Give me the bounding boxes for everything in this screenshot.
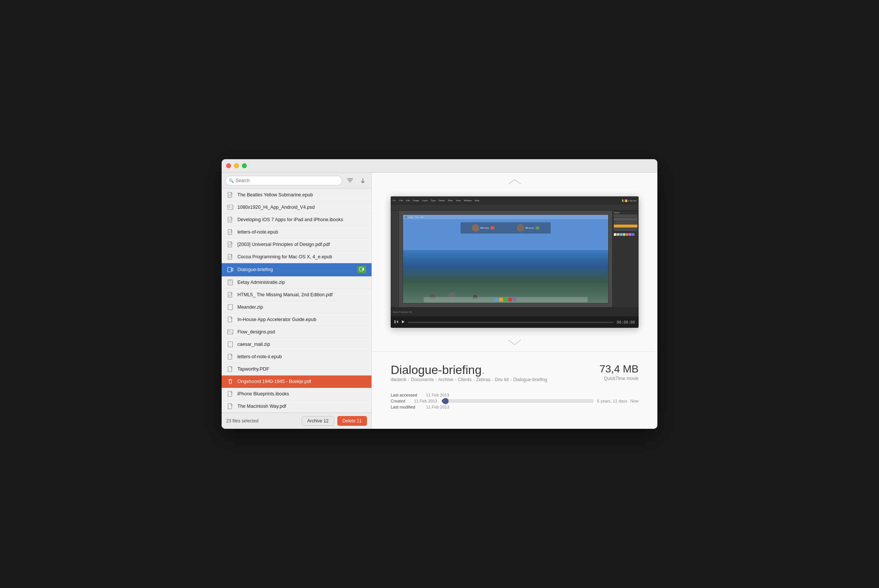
list-item[interactable]: The Macintosh Way.pdf [222, 400, 372, 413]
list-item-selected[interactable]: Dialogue-briefing [222, 263, 372, 276]
video-screen: Ps File Edit Image Layer Type Select Fil… [391, 196, 639, 317]
svg-rect-7 [228, 267, 231, 272]
breadcrumb-sep: › [435, 377, 437, 382]
file-name: [2003] Universal Principles of Design.pd… [237, 242, 366, 247]
doc-icon [227, 353, 234, 360]
svg-rect-1 [228, 205, 233, 210]
list-item[interactable]: HTML5_ The Missing Manual, 2nd Edition.p… [222, 289, 372, 301]
breadcrumb-sep: › [492, 377, 493, 382]
file-name: iPhone Blueprints.ibooks [237, 391, 366, 397]
timeline-dot [443, 398, 449, 404]
minimize-button[interactable] [234, 163, 239, 168]
title-dot: . [482, 363, 485, 377]
file-size: 73,4 MB [600, 363, 639, 375]
doc-icon [227, 291, 234, 298]
timeline-now: Now [630, 399, 639, 403]
trash-icon [227, 378, 234, 385]
list-item[interactable]: ZIP Eetay Administratie.zip [222, 276, 372, 289]
breadcrumb-dialogue: Dialogue-briefing [513, 377, 547, 382]
zip-icon: ZIP [227, 279, 234, 286]
video-controls: 00:00:00 [391, 317, 639, 328]
video-icon [227, 266, 234, 273]
img-icon [227, 329, 234, 335]
search-box[interactable]: 🔍 [225, 176, 342, 185]
svg-rect-22 [394, 320, 396, 323]
file-name: Flow_designs.psd [237, 329, 366, 335]
maximize-button[interactable] [242, 163, 247, 168]
img-icon [227, 204, 234, 211]
list-item[interactable]: Developing iOS 7 Apps for iPad and iPhon… [222, 214, 372, 226]
main-content: 🔍 [222, 173, 657, 429]
search-icon: 🔍 [229, 178, 234, 183]
sort-icon [360, 178, 366, 184]
file-title-text: Dialogue-briefing [391, 363, 482, 377]
rewind-button[interactable] [394, 320, 398, 325]
chevron-up[interactable] [505, 178, 524, 185]
chevron-down[interactable] [505, 339, 524, 346]
breadcrumb-sep: › [455, 377, 456, 382]
breadcrumb-diederik: diederik [391, 377, 406, 382]
breadcrumb-sep: › [510, 377, 512, 382]
file-title-block: Dialogue-briefing. diederik › Documents … [391, 363, 547, 382]
doc-icon [227, 390, 234, 397]
archive-button[interactable]: Archive 12 [302, 416, 334, 426]
timeline-bar-container [442, 399, 594, 403]
sidebar-footer: 23 files selected Archive 12 Delete 11 [222, 413, 372, 429]
sort-button[interactable] [358, 176, 368, 185]
list-item[interactable]: In-House App Accelerator Guide.epub [222, 314, 372, 326]
video-preview: Ps File Edit Image Layer Type Select Fil… [372, 191, 657, 333]
list-item[interactable]: The Beatles Yellow Submarine.epub [222, 189, 372, 201]
doc-icon [227, 229, 234, 235]
search-input[interactable] [236, 178, 339, 183]
timeline-duration: 5 years, 11 days [597, 399, 627, 403]
doc-icon [227, 403, 234, 410]
video-container: Ps File Edit Image Layer Type Select Fil… [391, 196, 639, 328]
time-display: 00:00:00 [617, 320, 635, 324]
list-item[interactable]: Meander.zip [222, 301, 372, 314]
svg-rect-8 [359, 267, 362, 271]
breadcrumb-archive: Archive [438, 377, 453, 382]
list-item[interactable]: caesar_mail.zip [222, 338, 372, 351]
breadcrumb-devkit: Dev kit [495, 377, 509, 382]
list-item[interactable]: [2003] Universal Principles of Design.pd… [222, 238, 372, 251]
list-item[interactable]: iPhone Blueprints.ibooks [222, 388, 372, 400]
file-list: The Beatles Yellow Submarine.epub 1080x1… [222, 189, 372, 413]
list-item[interactable]: letters-of-note.epub [222, 226, 372, 238]
file-name: letters-of-note-ii.epub [237, 354, 366, 359]
file-size-block: 73,4 MB QuickTime movie [600, 363, 639, 381]
list-item[interactable]: Cocoa Programming for Mac OS X, 4_e.epub [222, 251, 372, 263]
play-button[interactable] [401, 320, 405, 325]
list-item[interactable]: Flow_designs.psd [222, 326, 372, 338]
last-accessed-label: Last accessed [391, 393, 424, 397]
breadcrumb-clients: Clients [458, 377, 472, 382]
svg-rect-16 [228, 342, 233, 347]
file-name: Meander.zip [237, 305, 366, 310]
breadcrumb-sep: › [473, 377, 474, 382]
svg-text:ZIP: ZIP [229, 282, 232, 284]
list-item[interactable]: Tapworthy.PDF [222, 363, 372, 375]
svg-marker-21 [396, 320, 398, 323]
delete-button[interactable]: Delete 11 [337, 416, 367, 426]
file-info-header: Dialogue-briefing. diederik › Documents … [391, 363, 639, 382]
doc-icon [227, 241, 234, 248]
ps-window: Ps File Edit Image Layer Type Select Fil… [391, 196, 639, 317]
sidebar: 🔍 [222, 173, 372, 429]
close-button[interactable] [226, 163, 231, 168]
file-name: Developing iOS 7 Apps for iPad and iPhon… [237, 217, 366, 222]
file-name: In-House App Accelerator Guide.epub [237, 317, 366, 322]
item-badge [357, 266, 366, 273]
file-name: letters-of-note.epub [237, 229, 366, 235]
list-item[interactable]: letters-of-note-ii.epub [222, 351, 372, 363]
progress-bar[interactable] [408, 322, 614, 323]
sidebar-toolbar: 🔍 [222, 173, 372, 189]
list-item-delete[interactable]: Ongehoord 1940-1945 - Boekje.pdf [222, 375, 372, 388]
filter-button[interactable] [345, 176, 355, 185]
list-item[interactable]: 1080x1920_Hi_App_Android_V4.psd [222, 201, 372, 214]
file-name: Tapworthy.PDF [237, 366, 366, 372]
filter-icon [347, 178, 353, 184]
doc-icon [227, 366, 234, 372]
doc-icon [227, 191, 234, 198]
chevron-up-icon [507, 178, 522, 185]
created-date: 11 Feb 2013 [412, 399, 439, 403]
file-breadcrumb: diederik › Documents › Archive › Clients… [391, 377, 547, 382]
